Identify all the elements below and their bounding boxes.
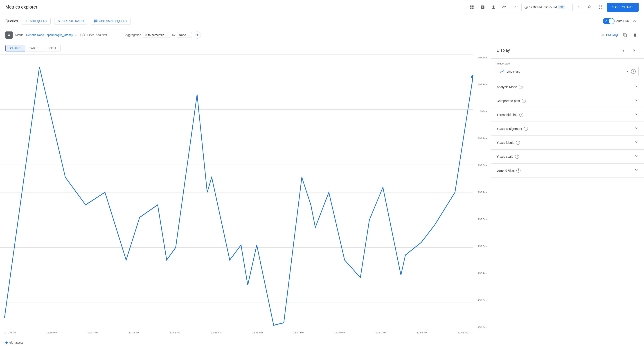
by-value: None	[179, 33, 186, 37]
filter-label: Filter	[87, 33, 94, 37]
svg-rect-2	[470, 7, 472, 9]
section-help-icon-4[interactable]: ?	[516, 141, 520, 145]
aggregation-value: 95th percentile	[145, 33, 164, 37]
time-range-text: 12:32 PM - 12:55 PM	[529, 5, 557, 9]
add-query-button[interactable]: ADD QUERY	[22, 18, 51, 24]
fullscreen-icon-btn[interactable]	[596, 3, 605, 12]
tab-chart[interactable]: CHART	[6, 45, 25, 51]
metric-row: A Metric Generic Node - spanner/gfe_late…	[0, 28, 644, 42]
x-label-6: 12:45 PM	[252, 331, 263, 334]
add-chart-icon-btn[interactable]	[478, 3, 487, 12]
display-section-3[interactable]: Y-axis assignment ?	[491, 122, 644, 136]
tab-both[interactable]: BOTH	[43, 45, 60, 51]
widget-type-dropdown-icon	[626, 70, 629, 73]
chart-area: CHART TABLE BOTH 296.2ms 296.1ms 296ms 2…	[0, 42, 491, 346]
filter-input[interactable]	[96, 33, 123, 37]
x-label-9: 12:51 PM	[376, 331, 386, 334]
y-label-5: 295.7ms	[478, 191, 488, 194]
queries-bar: Queries ADD QUERY CREATE RATIO ADD SMART…	[0, 14, 644, 28]
display-section-2[interactable]: Threshold Line ?	[491, 108, 644, 122]
link-icon-btn[interactable]	[500, 3, 509, 12]
create-ratio-button[interactable]: CREATE RATIO	[54, 18, 87, 24]
display-expand-button[interactable]	[619, 46, 628, 55]
add-smart-query-label: ADD SMART QUERY	[99, 19, 127, 23]
save-chart-button[interactable]: SAVE CHART	[607, 3, 638, 12]
svg-rect-0	[470, 5, 472, 7]
y-label-4: 295.8ms	[478, 164, 488, 167]
query-badge: A	[6, 31, 12, 39]
y-label-0: 296.2ms	[478, 56, 488, 59]
create-ratio-label: CREATE RATIO	[62, 19, 84, 23]
display-title: Display	[496, 48, 510, 53]
filter-section: Filter	[87, 33, 123, 37]
section-title-6: Legend Alias	[496, 169, 514, 172]
queries-label: Queries	[6, 19, 18, 23]
x-label-10: 12:53 PM	[417, 331, 427, 334]
line-chart-icon	[500, 69, 505, 74]
prev-btn[interactable]	[510, 3, 520, 12]
add-smart-query-button[interactable]: ADD SMART QUERY	[91, 18, 131, 24]
metric-selector[interactable]: Generic Node - spanner/gfe_latency	[26, 33, 78, 37]
display-section-6[interactable]: Legend Alias ?	[491, 164, 644, 177]
section-left-4: Y-axis labels ?	[496, 141, 520, 145]
section-chevron-6	[634, 168, 638, 173]
section-help-icon-5[interactable]: ?	[515, 155, 519, 159]
time-range-btn[interactable]: 12:32 PM - 12:55 PM IST	[521, 3, 573, 11]
display-section-1[interactable]: Compare to past ?	[491, 94, 644, 108]
collapse-button[interactable]	[630, 17, 638, 25]
widget-type-select[interactable]: Line chart ?	[496, 67, 638, 76]
x-label-0: UTC+5:30	[4, 331, 16, 334]
display-collapse-side-button[interactable]	[630, 46, 638, 55]
display-sections: Analysis Mode ? Compare to past ? Thresh…	[491, 80, 644, 177]
auto-run-container: Auto-Run	[603, 17, 638, 25]
x-label-1: 12:35 PM	[46, 331, 57, 334]
metric-help-icon[interactable]: ?	[80, 33, 84, 37]
display-header-actions	[619, 46, 638, 55]
display-header: Display	[491, 42, 644, 59]
section-title-0: Analysis Mode	[496, 85, 517, 89]
display-section-5[interactable]: Y-axis scale ?	[491, 150, 644, 164]
add-aggregation-button[interactable]: +	[194, 31, 201, 39]
widget-type-left: Line chart	[500, 69, 520, 74]
header-actions: 12:32 PM - 12:55 PM IST SAVE CHART	[467, 3, 638, 12]
section-title-4: Y-axis labels	[496, 141, 514, 145]
search-icon-btn[interactable]	[585, 3, 594, 12]
promql-label: PROMQL	[606, 33, 619, 37]
section-left-1: Compare to past ?	[496, 99, 526, 103]
y-axis-labels: 296.2ms 296.1ms 296ms 295.9ms 295.8ms 29…	[478, 54, 488, 330]
display-section-0[interactable]: Analysis Mode ?	[491, 80, 644, 94]
metric-right-actions: </> PROMQL	[601, 31, 638, 39]
metric-value: Generic Node - spanner/gfe_latency	[26, 33, 73, 37]
y-label-8: 295.4ms	[478, 272, 488, 275]
section-help-icon-0[interactable]: ?	[519, 85, 523, 89]
display-section-4[interactable]: Y-axis labels ?	[491, 136, 644, 150]
download-icon-btn[interactable]	[489, 3, 498, 12]
delete-query-button[interactable]	[632, 31, 638, 39]
aggregation-select[interactable]: 95th percentile	[143, 32, 170, 38]
x-label-8: 12:49 PM	[334, 331, 345, 334]
promql-button[interactable]: </> PROMQL	[601, 33, 619, 37]
section-chevron-4	[634, 140, 638, 145]
section-left-0: Analysis Mode ?	[496, 85, 523, 89]
auto-run-label: Auto-Run	[616, 19, 629, 23]
tab-table[interactable]: TABLE	[25, 45, 43, 51]
section-help-icon-2[interactable]: ?	[519, 113, 524, 117]
header: Metrics explorer 12:32 PM - 12:55 PM IST	[0, 0, 644, 14]
by-select[interactable]: None	[177, 32, 192, 38]
section-help-icon-1[interactable]: ?	[522, 99, 526, 103]
add-query-label: ADD QUERY	[30, 19, 47, 23]
y-label-7: 295.5ms	[478, 245, 488, 248]
copy-query-button[interactable]	[622, 31, 629, 39]
report-icon-btn[interactable]	[467, 3, 476, 12]
y-label-2: 296ms	[478, 110, 488, 113]
y-label-3: 295.9ms	[478, 137, 488, 140]
widget-type-help-icon[interactable]: ?	[631, 69, 636, 74]
section-help-icon-3[interactable]: ?	[524, 127, 528, 131]
section-chevron-1	[634, 98, 638, 104]
section-help-icon-6[interactable]: ?	[516, 169, 520, 173]
section-chevron-5	[634, 154, 638, 159]
next-btn[interactable]	[574, 3, 584, 12]
aggregation-label: Aggregation	[125, 33, 141, 37]
auto-run-toggle[interactable]	[603, 18, 614, 24]
chart-svg-container[interactable]	[0, 54, 473, 330]
